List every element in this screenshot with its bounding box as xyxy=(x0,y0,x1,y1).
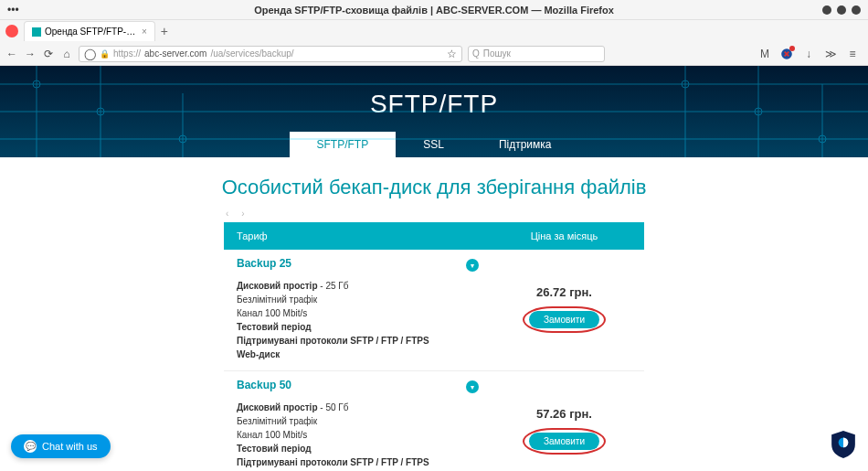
disk-label: Дисковий простір xyxy=(237,402,318,412)
chat-widget[interactable]: 💬 Chat with us xyxy=(11,434,111,458)
close-icon[interactable]: × xyxy=(142,27,147,37)
main-content: Особистий бекап-диск для зберігання файл… xyxy=(0,157,868,471)
home-button[interactable]: ⌂ xyxy=(60,48,73,60)
browser-tab-bar: Оренда SFTP/FTP-сховищ × + xyxy=(0,20,868,42)
protocols: Підтримувані протоколи SFTP / FTP / FTPS xyxy=(237,457,429,467)
tab-title: Оренда SFTP/FTP-сховищ xyxy=(45,27,136,37)
url-host: abc-server.com xyxy=(144,48,206,59)
url-input[interactable]: ◯ 🔒 https://abc-server.com/ua/services/b… xyxy=(79,46,462,62)
url-path: /ua/services/backup/ xyxy=(210,48,293,59)
webdisk: Web-диск xyxy=(237,349,280,359)
chat-label: Chat with us xyxy=(42,441,98,452)
url-scheme: https:// xyxy=(113,48,141,59)
highlight-circle: Замовити xyxy=(523,428,606,455)
shield-icon[interactable]: ◯ xyxy=(83,48,96,60)
lock-icon[interactable]: 🔒 xyxy=(100,49,110,59)
new-tab-button[interactable]: + xyxy=(161,24,168,38)
order-button[interactable]: Замовити xyxy=(529,311,599,328)
reload-button[interactable]: ⟳ xyxy=(42,48,55,60)
channel: Канал 100 Mbit/s xyxy=(237,306,484,320)
window-controls[interactable] xyxy=(822,5,861,15)
plan-name[interactable]: Backup 25 xyxy=(237,257,484,270)
traffic: Безлімітний трафік xyxy=(237,414,484,428)
menu-icon[interactable]: ≡ xyxy=(846,48,859,60)
back-button[interactable]: ← xyxy=(5,48,18,60)
traffic: Безлімітний трафік xyxy=(237,293,484,306)
window-title: Оренда SFTP/FTP-сховища файлів | ABC-SER… xyxy=(254,5,614,16)
search-icon: Q xyxy=(472,48,480,59)
pager-prev-icon[interactable]: ‹ xyxy=(226,209,228,219)
gmail-icon[interactable]: M xyxy=(758,48,771,60)
circuit-background-icon xyxy=(0,66,868,157)
disk-value: - 50 Гб xyxy=(318,402,349,412)
firefox-icon xyxy=(5,25,18,37)
table-row: Backup 50 ▾ Дисковий простір - 50 Гб Без… xyxy=(224,371,644,471)
tab-favicon-icon xyxy=(32,27,41,37)
downloads-icon[interactable]: ↓ xyxy=(802,48,815,60)
price: 26.72 грн. xyxy=(536,285,592,299)
forward-button[interactable]: → xyxy=(24,48,37,60)
disk-label: Дисковий простір xyxy=(237,281,318,291)
browser-toolbar: ← → ⟳ ⌂ ◯ 🔒 https://abc-server.com/ua/se… xyxy=(0,42,868,66)
order-button[interactable]: Замовити xyxy=(529,433,599,450)
section-title: Особистий бекап-диск для зберігання файл… xyxy=(222,176,647,199)
search-placeholder: Пошук xyxy=(483,48,511,59)
search-input[interactable]: Q Пошук xyxy=(468,46,605,62)
pager: ‹ › xyxy=(226,209,245,219)
price: 57.26 грн. xyxy=(536,407,592,421)
highlight-circle: Замовити xyxy=(523,306,606,333)
app-menu-icon[interactable]: ••• xyxy=(7,4,19,16)
pager-next-icon[interactable]: › xyxy=(241,209,244,219)
protocols: Підтримувані протоколи SFTP / FTP / FTPS xyxy=(237,336,429,346)
plans-table: Тариф Ціна за місяць Backup 25 ▾ Дискови… xyxy=(224,222,644,471)
os-title-bar: ••• Оренда SFTP/FTP-сховища файлів | ABC… xyxy=(0,0,868,20)
security-shield-icon[interactable] xyxy=(831,431,855,458)
plan-name[interactable]: Backup 50 xyxy=(237,379,484,391)
bookmark-star-icon[interactable]: ☆ xyxy=(445,48,458,60)
overflow-icon[interactable]: ≫ xyxy=(824,48,837,60)
channel: Канал 100 Mbit/s xyxy=(237,428,484,442)
test-period: Тестовий період xyxy=(237,322,312,332)
browser-tab[interactable]: Оренда SFTP/FTP-сховищ × xyxy=(24,21,155,41)
table-header: Тариф Ціна за місяць xyxy=(224,222,644,250)
collapse-icon[interactable]: ▾ xyxy=(466,380,479,393)
chat-icon: 💬 xyxy=(24,440,37,453)
hero-banner: SFTP/FTP SFTP/FTP SSL Підтримка xyxy=(0,66,868,157)
col-tariff: Тариф xyxy=(224,230,484,241)
table-row: Backup 25 ▾ Дисковий простір - 25 Гб Без… xyxy=(224,250,644,371)
noscript-icon[interactable] xyxy=(780,48,793,60)
collapse-icon[interactable]: ▾ xyxy=(466,259,479,272)
disk-value: - 25 Гб xyxy=(318,281,349,291)
col-price: Ціна за місяць xyxy=(484,230,644,241)
test-period: Тестовий період xyxy=(237,444,312,454)
